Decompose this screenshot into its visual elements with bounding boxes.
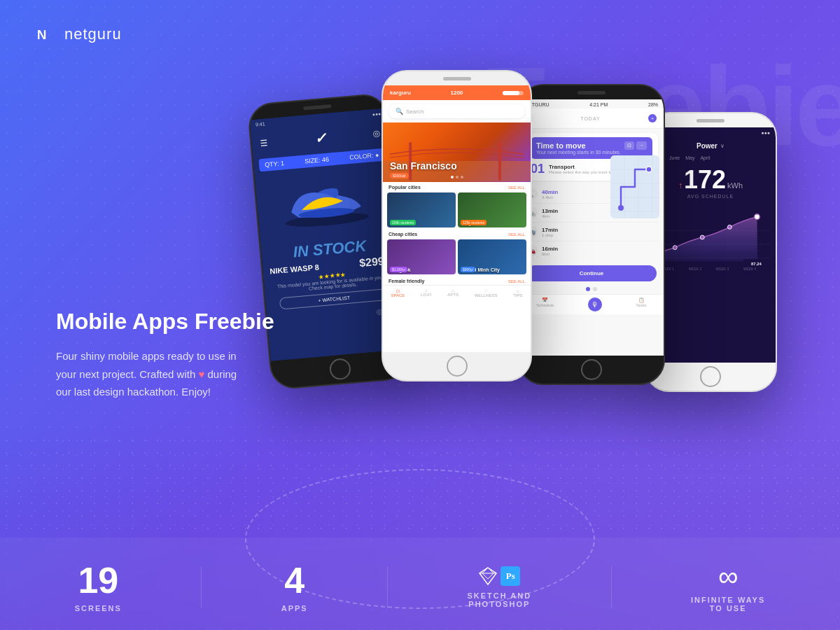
- svg-marker-30: [479, 568, 496, 584]
- phone-home-button-4[interactable]: [700, 366, 721, 387]
- stat-divider-3: [611, 566, 612, 608]
- car-time: 16min: [542, 246, 658, 252]
- stat-apps-number: 4: [284, 562, 304, 598]
- stat-infinite: ∞ INFINITE WAYS TO USE: [691, 562, 765, 612]
- sketch-icon: [478, 566, 498, 586]
- stat-infinite-label: INFINITE WAYS TO USE: [691, 596, 765, 612]
- phone-earpiece-4: [696, 119, 724, 122]
- bus-detail: 1 stop: [542, 233, 658, 237]
- popular-cities-grid: New York 200k students Tokyo 125k studen…: [383, 191, 531, 229]
- svg-point-15: [646, 167, 652, 172]
- stat-apps-label: APPS: [281, 604, 308, 612]
- transport-move-subtitle: Your next meeting starts in 30 minutes.: [536, 150, 621, 155]
- phone-home-button[interactable]: [329, 358, 352, 381]
- svg-rect-5: [498, 143, 501, 181]
- power-tab-april[interactable]: April: [700, 155, 710, 160]
- phone-earpiece-2: [443, 77, 471, 80]
- travel-screen: karguru 1200 🔍 Search: [383, 85, 531, 352]
- stat-divider-1: [201, 566, 202, 608]
- svg-point-14: [618, 205, 624, 211]
- photoshop-icon: Ps: [500, 566, 520, 586]
- city-hero-image: San Francisco $200/wk: [383, 122, 531, 182]
- travel-nav-space[interactable]: ⊡SPACE: [391, 288, 405, 298]
- transport-header: ☰ TODAY +: [519, 108, 664, 129]
- transport-continue-button[interactable]: Continue: [526, 265, 657, 281]
- cheap-cities-grid: Bangkok $1,000yr Ho Chi Minh City $900yr: [383, 238, 531, 276]
- power-number: 172: [684, 167, 726, 192]
- cheap-see-all[interactable]: SEE ALL: [508, 232, 525, 237]
- travel-search-bar[interactable]: 🔍 Search: [388, 104, 525, 118]
- transport-move-title: Time to move: [536, 141, 621, 150]
- city-hcm[interactable]: Ho Chi Minh City $900yr: [458, 239, 526, 274]
- city-bangkok[interactable]: Bangkok $1,000yr: [387, 239, 456, 274]
- popular-cities-header: Popular cities SEE ALL: [383, 182, 531, 191]
- travel-nav-apts[interactable]: ⌂APTS: [447, 288, 458, 298]
- bus-time: 17min: [542, 227, 658, 233]
- power-chevron-icon: ∨: [720, 143, 724, 149]
- phones-showcase: 9:41 ●●● ☰ ✓ ◎ QTY: 1 SIZE: 46 COLOR: ●: [245, 56, 840, 497]
- city-tokyo-badge: 125k students: [461, 220, 486, 225]
- hero-title: Mobile Apps Freebie: [56, 308, 274, 335]
- cheap-cities-title: Cheap cities: [388, 232, 417, 237]
- svg-point-24: [700, 235, 704, 239]
- logo-icon: ɴ: [35, 21, 57, 47]
- travel-header: karguru 1200: [383, 85, 531, 100]
- transport-nav-schedule[interactable]: 📅Schedule: [536, 298, 554, 312]
- travel-logo: karguru: [390, 90, 411, 96]
- nike-swoosh: ✓: [314, 130, 327, 147]
- travel-nav-wellness[interactable]: ♡WELLNESS: [475, 288, 498, 298]
- heart-icon: ♥: [198, 368, 204, 380]
- stat-apps: 4 APPS: [281, 562, 308, 612]
- city-ny-badge: 200k students: [390, 220, 416, 225]
- transport-nav-record[interactable]: 🎙: [588, 298, 602, 312]
- travel-search-text: Search: [406, 108, 424, 115]
- featured-city-name: San Francisco: [390, 160, 457, 172]
- stat-design-label: SKETCH AND PHOTOSHOP: [467, 592, 531, 608]
- phone-earpiece: [303, 104, 331, 110]
- popular-see-all[interactable]: SEE ALL: [508, 186, 525, 190]
- infinity-icon: ∞: [718, 562, 738, 590]
- power-tab-june[interactable]: June: [669, 155, 680, 160]
- featured-city-price: $200/wk: [390, 173, 409, 178]
- phone-home-button-3[interactable]: [581, 359, 602, 380]
- brand-name: netguru: [64, 25, 122, 43]
- nike-shoe-area: [254, 163, 397, 245]
- svg-text:WEEK 4: WEEK 4: [743, 267, 757, 271]
- shoe-svg: [274, 170, 377, 234]
- transport-bottom-nav: 📅Schedule 🎙 📋Tasks: [519, 294, 664, 314]
- cheap-cities-header: Cheap cities SEE ALL: [383, 229, 531, 238]
- travel-bottom-nav: ⊡SPACE ♪LO-FI ⌂APTS ♡WELLNESS ☆TIPS: [383, 285, 531, 300]
- svg-text:ɴ: ɴ: [36, 24, 47, 43]
- transport-options-list: 🚶 40min 3.4km 🚲 13min 4km: [519, 185, 664, 260]
- stat-screens: 19 SCREENS: [75, 562, 122, 612]
- travel-nav-tips[interactable]: ☆TIPS: [513, 288, 522, 298]
- transport-option-car[interactable]: 🚗 16min 6km: [525, 241, 658, 260]
- city-bangkok-badge: $1,000yr: [390, 267, 407, 272]
- female-friendly-title: Female friendly: [388, 279, 424, 284]
- power-tab-may[interactable]: May: [685, 155, 694, 160]
- svg-point-23: [673, 246, 677, 250]
- city-new-york[interactable]: New York 200k students: [387, 192, 456, 227]
- svg-text:WEEK 2: WEEK 2: [689, 267, 702, 271]
- svg-text:WEEK 3: WEEK 3: [716, 267, 729, 271]
- travel-nav-lofi[interactable]: ♪LO-FI: [421, 288, 431, 298]
- transport-status-bar: NETGURU 4:21 PM 28%: [519, 99, 664, 108]
- transport-option-bus[interactable]: 🚌 17min 1 stop: [525, 223, 658, 241]
- travel-search-icon: 🔍: [396, 108, 403, 115]
- hero-section: Mobile Apps Freebie Four shiny mobile ap…: [56, 308, 274, 401]
- female-see-all[interactable]: SEE ALL: [508, 279, 525, 284]
- phone-travel: karguru 1200 🔍 Search: [382, 70, 532, 382]
- transport-screen-wrapper: NETGURU 4:21 PM 28% ☰ TODAY +: [519, 99, 664, 356]
- transport-map: [610, 155, 659, 218]
- stat-screens-label: SCREENS: [75, 604, 122, 612]
- transport-day-number: 01: [531, 162, 545, 176]
- city-hcm-badge: $900yr: [461, 267, 475, 272]
- stat-divider-2: [387, 566, 388, 608]
- phone-transport: NETGURU 4:21 PM 28% ☰ TODAY +: [518, 84, 665, 385]
- transport-nav-tasks[interactable]: 📋Tasks: [636, 298, 646, 312]
- design-tools-icons: Ps: [478, 566, 520, 586]
- phone-home-button-2[interactable]: [447, 356, 468, 377]
- hero-description: Four shiny mobile apps ready to use in y…: [56, 347, 274, 401]
- city-tokyo[interactable]: Tokyo 125k students: [458, 192, 526, 227]
- stat-design-tools: Ps SKETCH AND PHOTOSHOP: [467, 566, 531, 608]
